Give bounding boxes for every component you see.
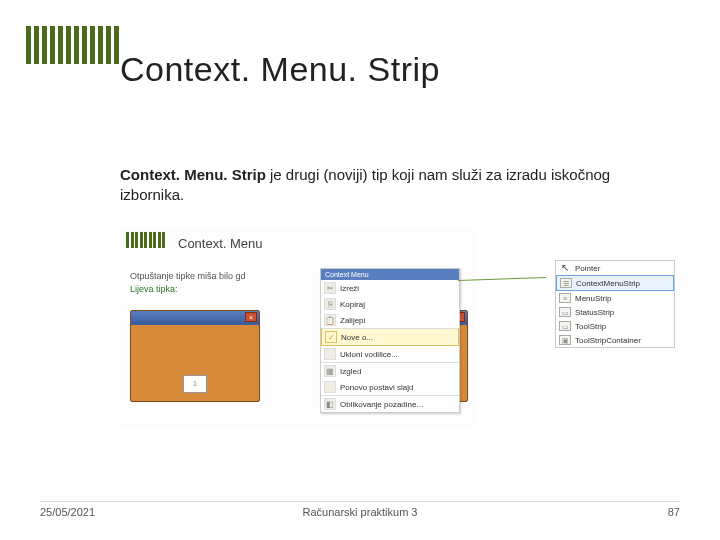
context-menu-popup: Context Menu ✂Izreži ⎘Kopiraj 📋Zalijepi …	[320, 268, 460, 413]
cut-icon: ✂	[324, 282, 336, 294]
statusstrip-icon: ▭	[559, 307, 571, 317]
toolbox-item-label: MenuStrip	[575, 294, 611, 303]
menu-item-label: Ukloni vodilice...	[340, 350, 398, 359]
slide: Context. Menu. Strip Context. Menu. Stri…	[0, 0, 720, 540]
toolbox-item: ▭StatusStrip	[556, 305, 674, 319]
context-menu-item: ⎘Kopiraj	[321, 296, 459, 312]
menu-item-label: Zalijepi	[340, 316, 365, 325]
mini-decorative-bars	[126, 232, 165, 248]
mini-title: Context. Menu	[178, 236, 263, 251]
menu-item-label: Ponovo postavi slajd	[340, 383, 413, 392]
close-icon: ×	[245, 312, 257, 322]
menu-item-label: Izgled	[340, 367, 361, 376]
menu-item-label: Izreži	[340, 284, 359, 293]
slide-title: Context. Menu. Strip	[120, 50, 440, 89]
footer-center: Računarski praktikum 3	[303, 506, 418, 518]
context-menu-item: ▦Izgled	[321, 362, 459, 379]
context-menu-item: ✂Izreži	[321, 280, 459, 296]
toolbox-panel: ↖Pointer ☰ContextMenuStrip ≡MenuStrip ▭S…	[555, 260, 675, 348]
slide-footer: 25/05/2021 Računarski praktikum 3 87	[40, 501, 680, 518]
toolbox-item-label: Pointer	[575, 264, 600, 273]
guides-icon	[324, 348, 336, 360]
mini-desc-line1: Otpuštanje tipke miša bilo gd	[130, 271, 246, 281]
toolbox-item-selected: ☰ContextMenuStrip	[556, 275, 674, 291]
footer-page-number: 87	[668, 506, 680, 518]
toolbox-item-label: StatusStrip	[575, 308, 614, 317]
toolstrip-icon: ▭	[559, 321, 571, 331]
left-screenshot: Context. Menu Otpuštanje tipke miša bilo…	[120, 228, 475, 428]
toolstripcontainer-icon: ▣	[559, 335, 571, 345]
footer-date: 25/05/2021	[40, 506, 95, 518]
menu-item-label: Nove o...	[341, 333, 373, 342]
pointer-icon: ↖	[559, 263, 571, 273]
check-icon: ✓	[325, 331, 337, 343]
window-inner-box: 1	[183, 375, 207, 393]
toolbox-item: ↖Pointer	[556, 261, 674, 275]
context-menu-item-highlighted: ✓Nove o...	[321, 328, 459, 346]
menu-item-label: Oblikovanje pozadine...	[340, 400, 423, 409]
layout-icon: ▦	[324, 365, 336, 377]
toolbox-item-label: ToolStripContainer	[575, 336, 641, 345]
toolbox-item: ≡MenuStrip	[556, 291, 674, 305]
context-menu-item: Ponovo postavi slajd	[321, 379, 459, 395]
copy-icon: ⎘	[324, 298, 336, 310]
mini-description: Otpuštanje tipke miša bilo gd Lijeva tip…	[130, 270, 246, 295]
illustration-area: Context. Menu Otpuštanje tipke miša bilo…	[120, 228, 675, 438]
contextmenustrip-icon: ☰	[560, 278, 572, 288]
toolbox-item: ▭ToolStrip	[556, 319, 674, 333]
window-titlebar: ×	[131, 311, 259, 325]
mini-desc-line2: Lijeva tipka:	[130, 284, 178, 294]
body-bold: Context. Menu. Strip	[120, 166, 266, 183]
context-menu-item: ◧Oblikovanje pozadine...	[321, 395, 459, 412]
paste-icon: 📋	[324, 314, 336, 326]
toolbox-item-label: ContextMenuStrip	[576, 279, 640, 288]
context-menu-header: Context Menu	[321, 269, 459, 280]
reset-icon	[324, 381, 336, 393]
toolbox-item-label: ToolStrip	[575, 322, 606, 331]
menu-item-label: Kopiraj	[340, 300, 365, 309]
context-menu-item: Ukloni vodilice...	[321, 346, 459, 362]
decorative-bars	[26, 26, 119, 64]
sample-window-1: × 1	[130, 310, 260, 402]
toolbox-item: ▣ToolStripContainer	[556, 333, 674, 347]
format-icon: ◧	[324, 398, 336, 410]
slide-body-text: Context. Menu. Strip je drugi (noviji) t…	[120, 165, 660, 206]
context-menu-item: 📋Zalijepi	[321, 312, 459, 328]
menustrip-icon: ≡	[559, 293, 571, 303]
